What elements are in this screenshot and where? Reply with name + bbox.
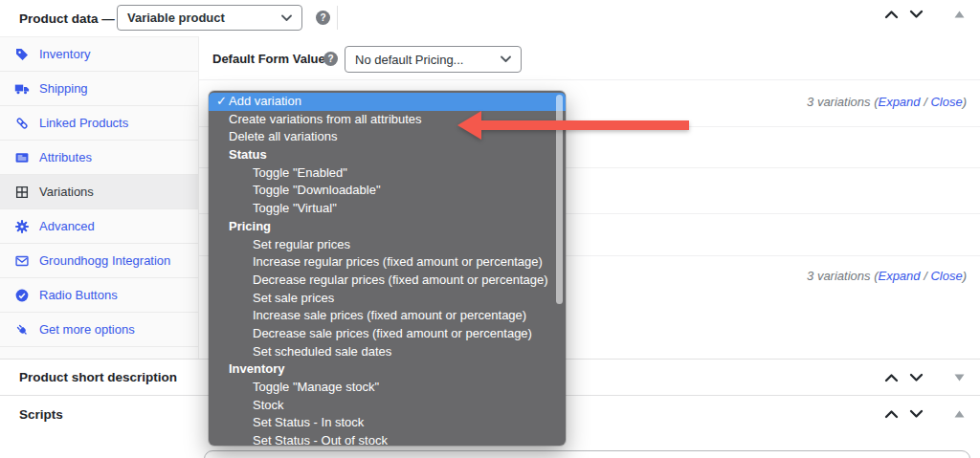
product-data-screen: Product data — Variable product ? Invent… bbox=[0, 0, 980, 458]
order-down-button[interactable] bbox=[907, 407, 925, 421]
close-link[interactable]: Close bbox=[930, 95, 962, 109]
menu-item-toggle-virtual-[interactable]: Toggle "Virtual" bbox=[209, 200, 566, 218]
menu-item-label: Stock bbox=[253, 398, 284, 412]
menu-item-label: Toggle "Downloadable" bbox=[253, 183, 381, 197]
menu-item-label: Status bbox=[229, 147, 267, 162]
menu-item-label: Set regular prices bbox=[253, 237, 350, 251]
menu-item-decrease-sale-prices-fixed-amount-or-percentage-[interactable]: Decrease sale prices (fixed amount or pe… bbox=[209, 325, 566, 343]
menu-item-increase-sale-prices-fixed-amount-or-percentage-[interactable]: Increase sale prices (fixed amount or pe… bbox=[209, 307, 566, 325]
variations-summary: 3 variations (Expand / Close) bbox=[807, 95, 967, 109]
section-order-controls bbox=[882, 407, 967, 421]
sidebar-item-linked-products[interactable]: Linked Products bbox=[0, 106, 198, 141]
menu-item-set-status-out-of-stock[interactable]: Set Status - Out of stock bbox=[209, 432, 566, 446]
menu-item-pricing[interactable]: Pricing bbox=[209, 218, 566, 236]
sidebar-item-attributes[interactable]: Attributes bbox=[0, 141, 198, 175]
menu-item-set-scheduled-sale-dates[interactable]: Set scheduled sale dates bbox=[209, 343, 566, 361]
sidebar-item-label: Inventory bbox=[39, 47, 90, 61]
sidebar-item-get-more-options[interactable]: Get more options bbox=[0, 313, 198, 347]
section-title: Product short description bbox=[19, 370, 177, 384]
menu-item-increase-regular-prices-fixed-amount-or-percentage-[interactable]: Increase regular prices (fixed amount or… bbox=[209, 253, 566, 272]
default-form-values-label: Default Form Values: bbox=[212, 52, 336, 66]
sidebar-item-label: Get more options bbox=[39, 322, 135, 337]
header-divider bbox=[337, 6, 338, 30]
chevron-up-icon bbox=[884, 409, 899, 419]
menu-item-label: Set scheduled sale dates bbox=[253, 344, 391, 359]
menu-item-label: Create variations from all attributes bbox=[229, 112, 422, 126]
sidebar-item-radio-buttons[interactable]: Radio Buttons bbox=[0, 278, 198, 313]
chevron-down-icon bbox=[909, 409, 924, 419]
menu-item-stock[interactable]: Stock bbox=[209, 397, 566, 415]
plug-icon bbox=[14, 322, 30, 338]
checkmark-icon: ✓ bbox=[216, 93, 227, 111]
toggle-panel-button[interactable] bbox=[952, 408, 967, 420]
product-data-tabs: InventoryShippingLinked ProductsAttribut… bbox=[0, 36, 199, 359]
variations-summary: 3 variations (Expand / Close) bbox=[807, 269, 967, 283]
menu-item-label: Inventory bbox=[229, 361, 285, 376]
envelope-icon bbox=[14, 253, 30, 269]
menu-item-label: Set sale prices bbox=[253, 291, 334, 305]
select-chevron-icon bbox=[281, 14, 292, 22]
menu-item-delete-all-variations[interactable]: Delete all variations bbox=[209, 128, 566, 146]
link-icon bbox=[14, 116, 30, 131]
menu-item-label: Toggle "Enabled" bbox=[253, 165, 347, 180]
row-separator bbox=[199, 79, 980, 80]
expand-link[interactable]: Expand bbox=[878, 95, 920, 109]
order-up-button[interactable] bbox=[882, 407, 901, 421]
select-chevron-icon bbox=[501, 55, 511, 63]
sidebar-item-advanced[interactable]: Advanced bbox=[0, 209, 198, 244]
check-circle-icon bbox=[14, 288, 30, 303]
expand-link[interactable]: Expand bbox=[878, 269, 920, 283]
order-up-button[interactable] bbox=[882, 371, 901, 384]
gear-icon bbox=[14, 219, 30, 234]
menu-item-label: Decrease regular prices (fixed amount or… bbox=[253, 273, 548, 287]
sidebar-item-inventory[interactable]: Inventory bbox=[0, 37, 198, 72]
product-type-select[interactable]: Variable product bbox=[117, 5, 302, 31]
menu-item-status[interactable]: Status bbox=[209, 146, 566, 164]
menu-item-decrease-regular-prices-fixed-amount-or-percentage-[interactable]: Decrease regular prices (fixed amount or… bbox=[209, 272, 566, 290]
panel-order-controls bbox=[882, 8, 967, 21]
section-order-controls bbox=[882, 371, 967, 384]
close-link[interactable]: Close bbox=[930, 269, 962, 283]
sidebar-item-shipping[interactable]: Shipping bbox=[0, 72, 198, 106]
scripts-editor-box[interactable] bbox=[204, 450, 970, 458]
menu-item-label: Increase regular prices (fixed amount or… bbox=[253, 254, 543, 269]
sidebar-item-label: Groundhogg Integration bbox=[39, 253, 170, 268]
sidebar-item-groundhogg-integration[interactable]: Groundhogg Integration bbox=[0, 244, 198, 278]
triangle-up-icon bbox=[954, 410, 965, 418]
help-icon[interactable]: ? bbox=[323, 52, 338, 66]
variation-actions-menu: ✓Add variationCreate variations from all… bbox=[209, 91, 566, 446]
default-form-values-value: No default Pricing... bbox=[355, 53, 463, 67]
sidebar-item-variations[interactable]: Variations bbox=[0, 175, 198, 209]
menu-item-label: Decrease sale prices (fixed amount or pe… bbox=[253, 326, 532, 340]
menu-item-create-variations-from-all-attributes[interactable]: Create variations from all attributes bbox=[209, 111, 566, 129]
menu-item-label: Add variation bbox=[229, 94, 301, 108]
order-down-button[interactable] bbox=[907, 8, 925, 21]
sidebar-item-label: Advanced bbox=[39, 219, 95, 233]
menu-item-label: Increase sale prices (fixed amount or pe… bbox=[253, 308, 526, 322]
order-down-button[interactable] bbox=[907, 371, 925, 384]
menu-item-set-sale-prices[interactable]: Set sale prices bbox=[209, 290, 566, 308]
menu-item-set-regular-prices[interactable]: Set regular prices bbox=[209, 236, 566, 254]
truck-icon bbox=[14, 81, 30, 97]
menu-item-inventory[interactable]: Inventory bbox=[209, 360, 566, 379]
menu-item-toggle-manage-stock-[interactable]: Toggle "Manage stock" bbox=[209, 379, 566, 397]
sidebar-item-label: Radio Buttons bbox=[39, 288, 118, 302]
menu-item-toggle-enabled-[interactable]: Toggle "Enabled" bbox=[209, 164, 566, 183]
chevron-down-icon bbox=[909, 373, 924, 382]
order-up-button[interactable] bbox=[882, 8, 901, 21]
menu-item-label: Toggle "Virtual" bbox=[253, 201, 337, 215]
toggle-panel-button[interactable] bbox=[952, 9, 967, 20]
default-form-values-select[interactable]: No default Pricing... bbox=[345, 46, 522, 73]
menu-item-toggle-downloadable-[interactable]: Toggle "Downloadable" bbox=[209, 182, 566, 200]
menu-scrollbar[interactable] bbox=[556, 95, 563, 304]
menu-item-label: Delete all variations bbox=[229, 129, 337, 143]
menu-item-add-variation[interactable]: ✓Add variation bbox=[209, 93, 566, 111]
menu-item-set-status-in-stock[interactable]: Set Status - In stock bbox=[209, 414, 566, 432]
tag-icon bbox=[14, 47, 30, 62]
toggle-panel-button[interactable] bbox=[952, 372, 967, 383]
help-icon[interactable]: ? bbox=[316, 11, 330, 25]
chevron-up-icon bbox=[884, 373, 899, 382]
menu-item-label: Toggle "Manage stock" bbox=[253, 380, 379, 394]
grid-icon bbox=[14, 185, 30, 200]
sidebar-item-label: Attributes bbox=[39, 150, 92, 164]
